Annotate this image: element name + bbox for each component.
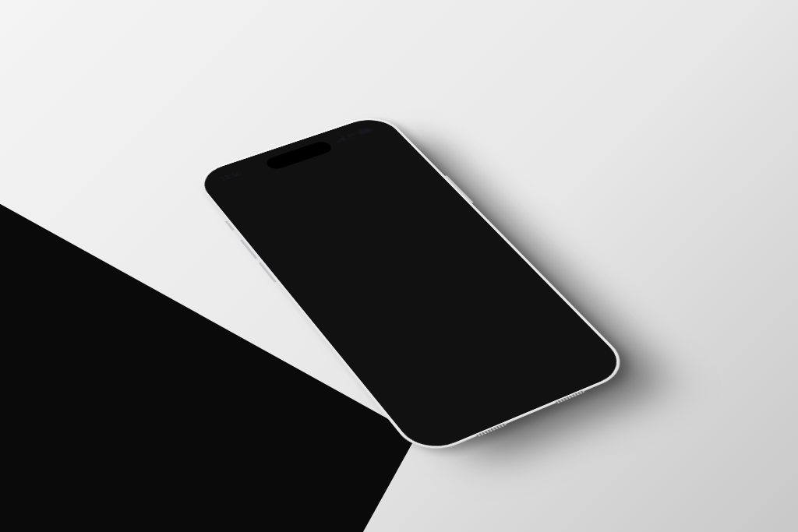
battery-icon xyxy=(357,126,374,135)
wifi-icon xyxy=(345,132,358,139)
remember-checkbox[interactable] xyxy=(326,302,339,311)
signal-icon xyxy=(335,136,347,142)
email-field[interactable] xyxy=(300,208,440,262)
social-login-row xyxy=(369,294,544,371)
login-with-apple-button[interactable] xyxy=(460,315,491,335)
login-with-google-button[interactable] xyxy=(425,328,456,349)
speaker-grille xyxy=(555,389,584,403)
welcome-prefix: Welcome Back to xyxy=(272,214,354,248)
remember-me[interactable]: Remember Me xyxy=(326,285,384,311)
screen: 12:56 Serenify xyxy=(200,117,623,451)
email-field-wrap xyxy=(283,198,457,274)
power-button xyxy=(445,174,474,203)
phone-frame: 12:56 Serenify xyxy=(190,111,636,460)
alt-login-label: or Login with xyxy=(360,284,528,353)
login-button-label: Login xyxy=(413,290,442,305)
password-field[interactable] xyxy=(322,239,447,289)
back-button[interactable] xyxy=(230,183,260,202)
status-indicators xyxy=(334,126,374,143)
screen-content: Serenify Welcome Back to Serenify xyxy=(215,134,624,451)
welcome-heading: Welcome Back to Serenify xyxy=(272,186,434,248)
remember-label: Remember Me xyxy=(338,286,383,306)
forgot-password-link[interactable]: Forgot Password xyxy=(441,246,490,267)
toggle-password-button[interactable] xyxy=(441,233,464,245)
status-time: 12:56 xyxy=(218,170,243,182)
speaker-grille xyxy=(476,422,507,436)
google-icon xyxy=(429,331,452,346)
mockup-stage: 12:56 Serenify xyxy=(0,0,798,532)
volume-down-button xyxy=(259,262,277,282)
apple-icon xyxy=(464,318,486,332)
welcome-appname: Serenify xyxy=(348,202,390,221)
status-bar: 12:56 xyxy=(200,117,393,192)
svg-rect-2 xyxy=(370,128,373,129)
password-field-wrap xyxy=(305,222,482,301)
sub-row: Remember Me Forgot Password xyxy=(326,245,491,311)
mute-switch xyxy=(225,220,235,231)
volume-up-button xyxy=(240,239,257,259)
login-button[interactable]: Login xyxy=(336,257,516,340)
svg-point-3 xyxy=(453,236,457,239)
phone-scene: 12:56 Serenify xyxy=(190,111,636,460)
eye-icon xyxy=(447,233,464,243)
chevron-left-icon xyxy=(238,189,250,197)
